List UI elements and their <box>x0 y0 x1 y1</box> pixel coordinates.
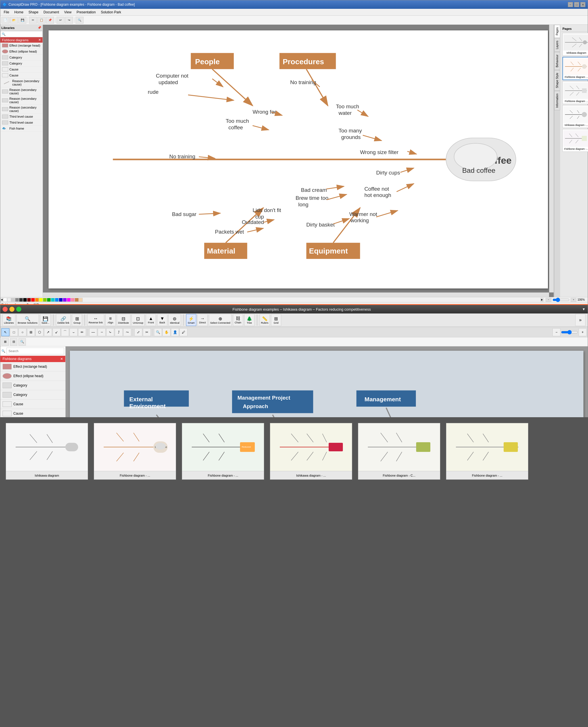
page-thumb-0[interactable]: Ishikawa diagram <box>563 33 588 56</box>
btn-identical[interactable]: ⊜ Identical <box>168 314 181 326</box>
bl-item-0[interactable]: Effect (rectange head) <box>0 362 65 371</box>
tab-pages[interactable]: Pages <box>554 25 560 38</box>
h-scrollbar-top[interactable] <box>43 292 549 297</box>
tb-open[interactable]: 📂 <box>10 17 18 24</box>
lib-item-0[interactable]: Effect (rectange head) <box>0 43 43 48</box>
tb-cut[interactable]: ✂ <box>29 17 37 24</box>
tb-new[interactable]: 📄 <box>1 17 9 24</box>
tool-pen[interactable]: 🖊 <box>180 328 188 336</box>
color-navy[interactable] <box>59 298 63 302</box>
btn-browse-solutions[interactable]: 🔍 Browse Solutions <box>17 314 39 326</box>
dropdown-arrow-icon[interactable]: ▼ <box>582 307 585 311</box>
tool-zoom-in2[interactable]: + <box>579 328 587 336</box>
tab-information[interactable]: Information <box>554 91 560 110</box>
traffic-light-red[interactable] <box>3 307 8 312</box>
color-orange[interactable] <box>35 298 39 302</box>
tb-undo[interactable]: ↩ <box>57 17 64 24</box>
v-scrollbar-top[interactable] <box>549 25 554 292</box>
tool-connector1[interactable]: — <box>89 328 97 336</box>
menu-solution-park[interactable]: Solution Park <box>99 10 123 15</box>
tool-connector4[interactable]: ⤴ <box>115 328 123 336</box>
color-blue[interactable] <box>55 298 59 302</box>
zoom-out-top[interactable]: − <box>546 298 551 302</box>
lib-item-9[interactable]: Reason (secondary cause) <box>0 105 43 114</box>
color-tan[interactable] <box>79 298 83 302</box>
lib-item-10[interactable]: Third level cause <box>0 114 43 120</box>
btn-libraries[interactable]: 📚 Libraries <box>3 314 15 326</box>
page-thumb-4[interactable]: Fishbone diagram -... <box>563 129 588 152</box>
btn-more[interactable]: » <box>575 314 585 326</box>
tool-arrow1[interactable]: ↗ <box>44 328 52 336</box>
tool-arrow2[interactable]: ↙ <box>52 328 61 336</box>
tab-layers[interactable]: Layers <box>554 38 560 52</box>
color-lightgray[interactable] <box>7 298 11 302</box>
btn-select-connected[interactable]: ⊕ Select Connected <box>209 314 232 326</box>
fishbone-section-header[interactable]: Fishbone diagrams ✕ <box>0 37 43 43</box>
tool-polygon[interactable]: ⬡ <box>36 328 43 336</box>
traffic-light-green[interactable] <box>16 307 21 312</box>
btn-ungroup[interactable]: ⊡ UnGroup <box>131 314 145 326</box>
scroll-right-btn[interactable]: ▶ <box>541 298 543 302</box>
lib-item-8[interactable]: Reason (secondary cause) <box>0 96 43 105</box>
color-yellow[interactable] <box>39 298 43 302</box>
btn-smart[interactable]: ⚡ Smart <box>186 314 196 326</box>
menu-document[interactable]: Document <box>41 10 61 15</box>
tool-table[interactable]: ⊞ <box>27 328 35 336</box>
tool-zoom-ctrl[interactable]: − <box>552 328 561 336</box>
search-icon-btn[interactable]: 🔍 <box>19 338 26 346</box>
libraries-pin[interactable]: 📌 <box>38 26 41 29</box>
tool-freehand[interactable]: ✏ <box>78 328 86 336</box>
tb-paste[interactable]: 📌 <box>46 17 54 24</box>
bl-item-1[interactable]: Effect (ellipse head) <box>0 371 65 381</box>
color-maroon[interactable] <box>27 298 31 302</box>
color-brown[interactable] <box>75 298 79 302</box>
tool-ellipse[interactable]: ○ <box>19 328 26 336</box>
minimize-button[interactable]: − <box>568 2 573 7</box>
scroll-left-btn[interactable]: ◀ <box>0 298 3 302</box>
tool-select[interactable]: ↖ <box>1 328 9 336</box>
thumb-card-1[interactable]: Bad coffee Fishbone diagram - ... <box>94 423 176 480</box>
btn-group[interactable]: ⊞ Group <box>72 314 82 326</box>
btn-delete-link[interactable]: 🔗 Delete link <box>56 314 71 326</box>
thumb-card-0[interactable]: Ishikawa diagram <box>6 423 88 480</box>
btn-direct[interactable]: → Direct <box>197 314 208 326</box>
menu-view[interactable]: View <box>62 10 74 15</box>
thumb-card-3[interactable]: Ishikawa diagram - ... <box>270 423 352 480</box>
color-red[interactable] <box>31 298 35 302</box>
grid-view[interactable]: ⊟ <box>10 338 17 346</box>
btn-rulers[interactable]: 📏 Rulers <box>260 314 270 326</box>
thumb-card-4[interactable]: Fishbone diagram - C... <box>358 423 440 480</box>
close-button[interactable]: ✕ <box>580 2 585 7</box>
color-teal[interactable] <box>51 298 55 302</box>
thumb-card-2[interactable]: Reduced Fishbone diagram - ... <box>182 423 264 480</box>
maximize-button[interactable]: □ <box>574 2 579 7</box>
menu-file[interactable]: File <box>1 10 12 15</box>
page-thumb-1[interactable]: Fishbone diagram ... <box>563 57 588 80</box>
zoom-slider-tools[interactable] <box>561 330 578 335</box>
menu-presentation[interactable]: Presentation <box>75 10 98 15</box>
tool-pan[interactable]: ✋ <box>163 328 170 336</box>
section-close-icon[interactable]: ✕ <box>38 38 41 42</box>
color-gray[interactable] <box>11 298 15 302</box>
tool-crop[interactable]: ✂ <box>143 328 151 336</box>
tab-shape-style[interactable]: Shape Style <box>554 70 560 90</box>
bl-section-header[interactable]: Fishbone diagrams ✕ <box>0 356 65 362</box>
tool-resize[interactable]: ⤢ <box>134 328 142 336</box>
bl-section-close-icon[interactable]: ✕ <box>60 357 63 361</box>
tool-connector2[interactable]: ╌ <box>98 328 106 336</box>
lib-item-2[interactable]: Category <box>0 55 43 61</box>
bl-item-4[interactable]: Cause <box>0 400 65 409</box>
color-purple[interactable] <box>63 298 67 302</box>
traffic-light-yellow[interactable] <box>9 307 15 312</box>
tb-zoom-in[interactable]: 🔍 <box>76 17 84 24</box>
lib-item-1[interactable]: Effect (ellipse head) <box>0 48 43 55</box>
zoom-slider-top[interactable] <box>552 298 569 302</box>
grid-toggle[interactable]: ⊞ <box>1 338 9 346</box>
lib-item-7[interactable]: Reason (secondary cause) <box>0 87 43 96</box>
color-green[interactable] <box>47 298 51 302</box>
btn-chain[interactable]: ⛓ Chain <box>233 314 243 326</box>
btn-save[interactable]: 💾 Save... <box>40 314 51 326</box>
menu-home[interactable]: Home <box>12 10 25 15</box>
page-thumb-3[interactable]: Ishikawa diagram -... <box>563 105 588 128</box>
btn-reverse-link[interactable]: ↔ Reverse link <box>87 314 104 326</box>
